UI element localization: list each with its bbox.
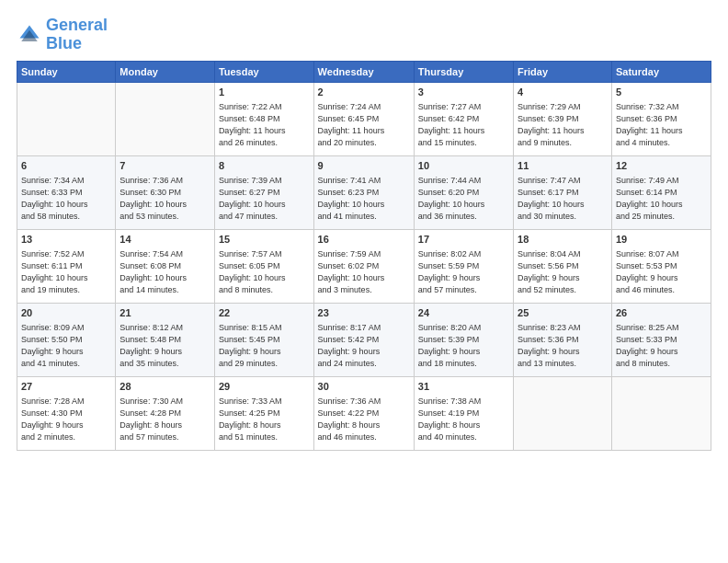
- calendar-cell: 13Sunrise: 7:52 AMSunset: 6:11 PMDayligh…: [17, 229, 116, 303]
- day-info: Sunrise: 7:57 AMSunset: 6:05 PMDaylight:…: [219, 248, 310, 296]
- calendar-cell: 19Sunrise: 8:07 AMSunset: 5:53 PMDayligh…: [611, 229, 711, 303]
- calendar-week-row: 27Sunrise: 7:28 AMSunset: 4:30 PMDayligh…: [17, 376, 711, 450]
- day-info: Sunrise: 7:30 AMSunset: 4:28 PMDaylight:…: [119, 396, 210, 443]
- calendar-cell: 29Sunrise: 7:33 AMSunset: 4:25 PMDayligh…: [214, 376, 313, 450]
- day-number: 9: [318, 159, 410, 173]
- day-number: 16: [318, 233, 410, 247]
- weekday-header: Tuesday: [214, 61, 313, 82]
- day-info: Sunrise: 7:34 AMSunset: 6:33 PMDaylight:…: [21, 175, 111, 223]
- day-number: 21: [119, 306, 210, 320]
- day-number: 19: [616, 233, 707, 247]
- day-number: 13: [21, 233, 111, 247]
- calendar-cell: [116, 82, 215, 155]
- day-info: Sunrise: 8:17 AMSunset: 5:42 PMDaylight:…: [318, 322, 410, 370]
- day-info: Sunrise: 8:15 AMSunset: 5:45 PMDaylight:…: [219, 322, 310, 370]
- calendar-cell: 23Sunrise: 8:17 AMSunset: 5:42 PMDayligh…: [313, 303, 414, 376]
- day-info: Sunrise: 7:22 AMSunset: 6:48 PMDaylight:…: [219, 101, 310, 149]
- calendar-cell: 15Sunrise: 7:57 AMSunset: 6:05 PMDayligh…: [214, 229, 313, 303]
- calendar-cell: 31Sunrise: 7:38 AMSunset: 4:19 PMDayligh…: [414, 376, 513, 450]
- calendar-cell: 7Sunrise: 7:36 AMSunset: 6:30 PMDaylight…: [116, 155, 215, 229]
- day-number: 29: [219, 380, 310, 394]
- day-number: 14: [119, 233, 210, 247]
- day-info: Sunrise: 8:02 AMSunset: 5:59 PMDaylight:…: [418, 248, 509, 296]
- calendar-cell: 27Sunrise: 7:28 AMSunset: 4:30 PMDayligh…: [17, 376, 116, 450]
- calendar-week-row: 6Sunrise: 7:34 AMSunset: 6:33 PMDaylight…: [17, 155, 711, 229]
- day-number: 23: [318, 306, 410, 320]
- day-number: 15: [219, 233, 310, 247]
- weekday-header: Sunday: [17, 61, 116, 82]
- day-info: Sunrise: 7:54 AMSunset: 6:08 PMDaylight:…: [119, 248, 210, 296]
- day-number: 1: [219, 86, 310, 99]
- day-info: Sunrise: 7:36 AMSunset: 6:30 PMDaylight:…: [119, 175, 210, 223]
- calendar-cell: 8Sunrise: 7:39 AMSunset: 6:27 PMDaylight…: [214, 155, 313, 229]
- day-info: Sunrise: 8:20 AMSunset: 5:39 PMDaylight:…: [418, 322, 509, 370]
- weekday-header: Thursday: [414, 61, 513, 82]
- calendar-cell: 6Sunrise: 7:34 AMSunset: 6:33 PMDaylight…: [17, 155, 116, 229]
- logo: General Blue: [17, 17, 108, 53]
- day-number: 2: [318, 86, 410, 99]
- calendar-cell: 16Sunrise: 7:59 AMSunset: 6:02 PMDayligh…: [313, 229, 414, 303]
- day-number: 22: [219, 306, 310, 320]
- day-info: Sunrise: 7:38 AMSunset: 4:19 PMDaylight:…: [418, 396, 509, 443]
- day-number: 8: [219, 159, 310, 173]
- day-info: Sunrise: 7:49 AMSunset: 6:14 PMDaylight:…: [616, 175, 707, 223]
- calendar-cell: 5Sunrise: 7:32 AMSunset: 6:36 PMDaylight…: [611, 82, 711, 155]
- day-info: Sunrise: 8:07 AMSunset: 5:53 PMDaylight:…: [616, 248, 707, 296]
- calendar-cell: 1Sunrise: 7:22 AMSunset: 6:48 PMDaylight…: [214, 82, 313, 155]
- day-info: Sunrise: 8:04 AMSunset: 5:56 PMDaylight:…: [518, 248, 608, 296]
- day-info: Sunrise: 7:28 AMSunset: 4:30 PMDaylight:…: [21, 396, 111, 443]
- calendar-cell: 2Sunrise: 7:24 AMSunset: 6:45 PMDaylight…: [313, 82, 414, 155]
- weekday-header: Wednesday: [313, 61, 414, 82]
- day-number: 10: [418, 159, 509, 173]
- page: General Blue SundayMondayTuesdayWednesda…: [0, 0, 728, 563]
- logo-text-blue: Blue: [46, 35, 108, 53]
- day-info: Sunrise: 7:52 AMSunset: 6:11 PMDaylight:…: [21, 248, 111, 296]
- calendar-cell: 22Sunrise: 8:15 AMSunset: 5:45 PMDayligh…: [214, 303, 313, 376]
- calendar-cell: 25Sunrise: 8:23 AMSunset: 5:36 PMDayligh…: [514, 303, 612, 376]
- day-number: 30: [318, 380, 410, 394]
- day-info: Sunrise: 7:44 AMSunset: 6:20 PMDaylight:…: [418, 175, 509, 223]
- day-info: Sunrise: 7:59 AMSunset: 6:02 PMDaylight:…: [318, 248, 410, 296]
- header: General Blue: [17, 17, 711, 53]
- calendar-cell: 28Sunrise: 7:30 AMSunset: 4:28 PMDayligh…: [116, 376, 215, 450]
- day-number: 28: [119, 380, 210, 394]
- day-info: Sunrise: 7:32 AMSunset: 6:36 PMDaylight:…: [616, 101, 707, 149]
- day-number: 26: [616, 306, 707, 320]
- day-number: 18: [518, 233, 608, 247]
- day-number: 24: [418, 306, 509, 320]
- calendar-cell: 30Sunrise: 7:36 AMSunset: 4:22 PMDayligh…: [313, 376, 414, 450]
- day-info: Sunrise: 8:12 AMSunset: 5:48 PMDaylight:…: [119, 322, 210, 370]
- day-number: 17: [418, 233, 509, 247]
- calendar-cell: 4Sunrise: 7:29 AMSunset: 6:39 PMDaylight…: [514, 82, 612, 155]
- day-info: Sunrise: 8:09 AMSunset: 5:50 PMDaylight:…: [21, 322, 111, 370]
- calendar-cell: 24Sunrise: 8:20 AMSunset: 5:39 PMDayligh…: [414, 303, 513, 376]
- day-info: Sunrise: 7:29 AMSunset: 6:39 PMDaylight:…: [518, 101, 608, 149]
- calendar-cell: 11Sunrise: 7:47 AMSunset: 6:17 PMDayligh…: [514, 155, 612, 229]
- calendar-cell: 12Sunrise: 7:49 AMSunset: 6:14 PMDayligh…: [611, 155, 711, 229]
- calendar-cell: 9Sunrise: 7:41 AMSunset: 6:23 PMDaylight…: [313, 155, 414, 229]
- day-number: 25: [518, 306, 608, 320]
- weekday-header-row: SundayMondayTuesdayWednesdayThursdayFrid…: [17, 61, 711, 82]
- calendar-week-row: 20Sunrise: 8:09 AMSunset: 5:50 PMDayligh…: [17, 303, 711, 376]
- weekday-header: Saturday: [611, 61, 711, 82]
- calendar-cell: 3Sunrise: 7:27 AMSunset: 6:42 PMDaylight…: [414, 82, 513, 155]
- calendar-cell: 20Sunrise: 8:09 AMSunset: 5:50 PMDayligh…: [17, 303, 116, 376]
- logo-text: General: [46, 17, 108, 35]
- calendar-cell: 26Sunrise: 8:25 AMSunset: 5:33 PMDayligh…: [611, 303, 711, 376]
- day-info: Sunrise: 7:41 AMSunset: 6:23 PMDaylight:…: [318, 175, 410, 223]
- logo-icon: [17, 22, 42, 48]
- day-info: Sunrise: 7:39 AMSunset: 6:27 PMDaylight:…: [219, 175, 310, 223]
- weekday-header: Monday: [116, 61, 215, 82]
- day-number: 20: [21, 306, 111, 320]
- calendar-cell: 17Sunrise: 8:02 AMSunset: 5:59 PMDayligh…: [414, 229, 513, 303]
- day-number: 4: [518, 86, 608, 99]
- calendar-cell: [514, 376, 612, 450]
- calendar-cell: [611, 376, 711, 450]
- day-info: Sunrise: 7:47 AMSunset: 6:17 PMDaylight:…: [518, 175, 608, 223]
- day-number: 11: [518, 159, 608, 173]
- day-info: Sunrise: 7:24 AMSunset: 6:45 PMDaylight:…: [318, 101, 410, 149]
- calendar-cell: 21Sunrise: 8:12 AMSunset: 5:48 PMDayligh…: [116, 303, 215, 376]
- day-info: Sunrise: 7:27 AMSunset: 6:42 PMDaylight:…: [418, 101, 509, 149]
- day-info: Sunrise: 8:25 AMSunset: 5:33 PMDaylight:…: [616, 322, 707, 370]
- day-info: Sunrise: 7:33 AMSunset: 4:25 PMDaylight:…: [219, 396, 310, 443]
